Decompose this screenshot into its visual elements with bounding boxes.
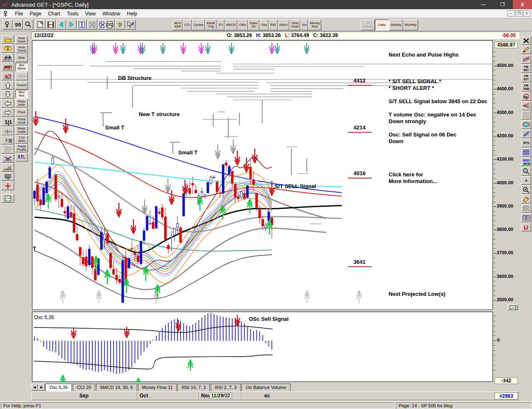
mdi-close-button[interactable]: × — [523, 10, 530, 17]
study-price-clust[interactable]: PriceClust — [15, 117, 28, 125]
new-doc-button[interactable] — [35, 20, 45, 30]
study-cycles[interactable]: Cycles — [192, 20, 205, 30]
delete-tool-button[interactable] — [521, 36, 531, 45]
study-open-int[interactable]: OpenInt — [248, 20, 259, 30]
menu-tools[interactable]: Tools — [64, 10, 82, 18]
fib-retrace-button[interactable]: FIBRET — [521, 64, 531, 73]
bar-spacing-button[interactable]: 1|1 — [1, 117, 14, 126]
study-donch[interactable]: Donch — [15, 81, 28, 89]
menu-file[interactable]: File — [12, 10, 26, 18]
help-button[interactable]: ?? — [115, 20, 125, 30]
tile-window-button[interactable] — [77, 20, 87, 30]
fib-extension-button[interactable]: FIBEXT — [521, 74, 531, 82]
scroll-right-button[interactable] — [1, 108, 14, 117]
fib-button[interactable]: FIB — [1, 172, 14, 181]
pencil-tool-button[interactable] — [521, 45, 531, 54]
print-button[interactable] — [105, 20, 115, 30]
vertical-scale-button[interactable]: ⇳▨ — [1, 136, 14, 144]
price-chart-pane[interactable]: DB StructureNew T structureSmall TSmall … — [32, 40, 493, 310]
study-auto-trend[interactable]: AutoTrend — [15, 45, 28, 53]
pattern-tool-button[interactable] — [521, 204, 531, 213]
study-bias[interactable]: Bias — [15, 54, 28, 62]
tab-money-flow-11[interactable]: Money Flow 11 — [138, 384, 177, 391]
study-mov-ave[interactable]: MovAve — [15, 90, 28, 98]
chart-scale-button[interactable] — [508, 304, 518, 310]
scroll-down-button[interactable] — [1, 90, 14, 99]
close-button[interactable]: X — [513, 0, 532, 9]
minimize-button[interactable]: — — [474, 0, 493, 9]
mob-tool-button[interactable]: MOB — [521, 157, 531, 166]
scroll-up-button[interactable] — [1, 81, 14, 89]
search-button[interactable] — [23, 20, 33, 30]
study-tjs-web[interactable]: TJ'sWeb — [15, 135, 28, 144]
timeframe-daily[interactable]: Daily — [375, 20, 389, 30]
text-tool-button[interactable]: A — [521, 176, 531, 185]
grid-button[interactable] — [1, 145, 14, 154]
study-macd[interactable]: MACD — [224, 20, 238, 30]
study-cci[interactable]: CCI — [182, 20, 192, 30]
more-information-link[interactable]: Click here for — [389, 171, 423, 178]
trend-lines-tool-button[interactable] — [521, 55, 531, 64]
timeframe-monthly[interactable]: Monthly — [403, 20, 418, 30]
study-button[interactable]: STUDY — [1, 62, 14, 71]
fib-circle-button[interactable]: FIB — [521, 92, 531, 101]
ellipse-tool-button[interactable] — [521, 120, 531, 129]
timeframe-weekly[interactable]: Weekly — [389, 20, 403, 30]
study-pivot[interactable]: Pivot — [15, 108, 28, 117]
menu-help[interactable]: Help — [123, 10, 140, 18]
tab-rsi-14-7-3[interactable]: RSI 14, 7, 3 — [177, 384, 210, 391]
mdi-minimize-button[interactable]: – — [507, 10, 515, 17]
menu-view[interactable]: View — [82, 10, 99, 18]
grid-tool-button[interactable] — [521, 111, 531, 119]
page-prev-button[interactable] — [56, 20, 66, 30]
study-vol[interactable]: Vol — [300, 20, 308, 30]
oscillator-pane[interactable]: Osc 5,35OSc Sell Signal — [32, 312, 493, 382]
save-button[interactable] — [46, 20, 56, 30]
tab-rsi-2-7-3[interactable]: RSI 2, 7, 3 — [211, 384, 241, 391]
chart-page-button[interactable] — [1, 194, 14, 203]
blue-grid-button[interactable] — [521, 148, 531, 157]
study-delta[interactable]: Delta — [15, 72, 28, 80]
study-para--bolic[interactable]: Para-bolic — [15, 99, 28, 107]
study-osc[interactable]: Osc — [259, 20, 268, 30]
pti-tool-button[interactable]: PTI — [521, 139, 531, 147]
tab-scroll-left[interactable]: ◀ — [31, 384, 38, 391]
study-stoch[interactable]: Stoch — [278, 20, 289, 30]
gann-button[interactable]: GANN — [1, 163, 14, 172]
pin-button[interactable] — [2, 20, 12, 30]
elliott-button[interactable]: Elliott — [1, 72, 14, 80]
mdi-restore-button[interactable]: ❐ — [515, 10, 522, 17]
open-folder-button[interactable] — [1, 35, 14, 44]
scroll-left-button[interactable] — [1, 99, 14, 108]
study-elliott-trig[interactable]: ElliottTrig — [205, 20, 217, 30]
menu-window[interactable]: Window — [99, 10, 124, 18]
menu-page[interactable]: Page — [26, 10, 44, 18]
notes-tool-button[interactable] — [521, 213, 531, 222]
study-seas--onals[interactable]: Seas-onals — [15, 126, 28, 134]
fan-lines-button[interactable] — [521, 102, 531, 110]
study-auto-gann[interactable]: AutoGann — [15, 36, 28, 44]
u-turn-tool-button[interactable]: U — [521, 223, 531, 231]
zoom-tool-button[interactable] — [521, 185, 531, 194]
tab-on-balance-volume[interactable]: On Balance Volume — [241, 384, 290, 391]
reset-button[interactable]: RESET — [1, 53, 14, 62]
tab-cci-20[interactable]: CCI 20 — [73, 384, 95, 391]
study-obv[interactable]: OBV — [237, 20, 248, 30]
tab-osc-5-35[interactable]: Osc 5,35 — [45, 384, 72, 391]
window-gray-button[interactable] — [87, 20, 97, 30]
quotes-button[interactable]: 99 — [13, 20, 23, 30]
crosshair-button[interactable] — [1, 181, 14, 190]
restore-button[interactable]: ❐ — [493, 0, 512, 9]
scales-button[interactable] — [1, 44, 14, 53]
context-help-button[interactable]: ? — [126, 20, 135, 30]
lines-button[interactable]: LINES — [1, 154, 14, 163]
study-time-clust[interactable]: TimeClust — [289, 20, 300, 30]
study-jti[interactable]: JTI — [217, 20, 224, 30]
menu-chart[interactable]: Chart — [44, 10, 63, 18]
study-bol-band[interactable]: BolBand — [15, 63, 28, 71]
pin-lines-button[interactable] — [521, 129, 531, 138]
study-xtl[interactable]: XTL — [15, 153, 28, 161]
tab-macd-19-39-9[interactable]: MACD 19, 39, 9 — [96, 384, 137, 391]
tab-scroll-right[interactable]: ▶ — [38, 384, 45, 391]
fib-time-button[interactable]: FIBTIME — [521, 83, 531, 92]
